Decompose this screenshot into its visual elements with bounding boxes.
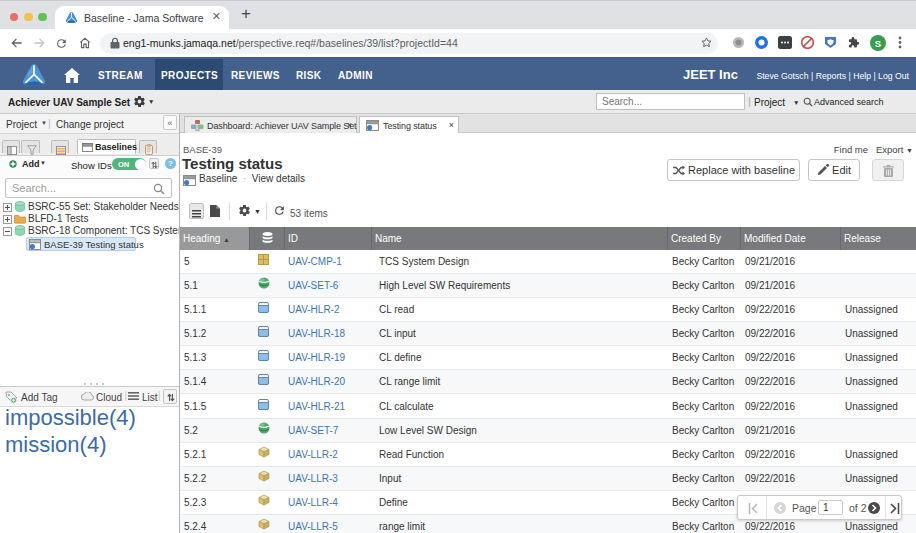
- svg-text:S: S: [875, 37, 881, 48]
